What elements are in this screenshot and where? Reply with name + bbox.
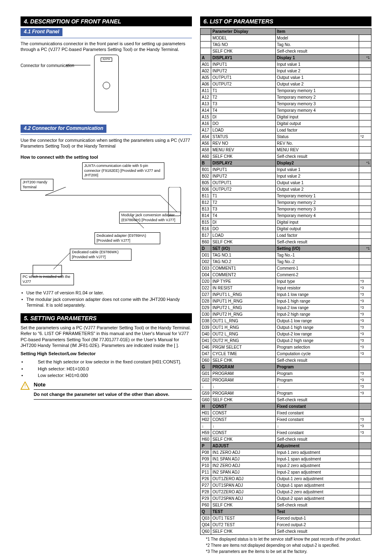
cell-footnote-ref: *3 xyxy=(359,331,371,338)
note-title: Note xyxy=(34,382,192,390)
cell-code: ↓ xyxy=(201,384,211,390)
cell-footnote-ref: *3 xyxy=(359,377,371,384)
cell-parameter-display: DI xyxy=(211,114,276,120)
cell-item: Temporary memory 1 xyxy=(275,88,359,94)
cell-footnote-ref xyxy=(359,272,371,278)
cell-item: ↓ xyxy=(275,423,359,430)
section-4-2-header: 4.2 Connector for Communication xyxy=(21,125,106,133)
cell-footnote-ref xyxy=(359,509,371,515)
cell-code: D39 xyxy=(201,324,211,331)
cell-item: Status xyxy=(275,134,359,140)
cell-footnote-ref xyxy=(359,259,371,265)
cell-footnote-ref: *1 xyxy=(359,160,371,166)
cell-code: A06 xyxy=(201,81,211,88)
cell-parameter-display: STATUS xyxy=(211,134,276,140)
cell-code: P09 xyxy=(201,456,211,462)
table-row: P28OUT2ZERO ADJOutput-2 zero adjustment xyxy=(201,489,371,495)
cell-code: Q60 xyxy=(201,528,211,535)
cell-parameter-display: OUT1 H_RNG xyxy=(211,324,276,331)
cell-parameter-display: DISPLAY1 xyxy=(211,55,276,61)
cell-code: A56 xyxy=(201,140,211,147)
cell-footnote-ref xyxy=(359,265,371,272)
cell-code: D29 xyxy=(201,305,211,311)
cell-code: P26 xyxy=(201,476,211,482)
section-6-header: 6. LIST OF PARAMETERS xyxy=(200,16,371,26)
cell-footnote-ref xyxy=(359,42,371,48)
cell-item: Comment-1 xyxy=(275,265,359,272)
knob-icon xyxy=(103,82,110,89)
cell-item: Temporary memory 2 xyxy=(275,199,359,206)
juxta-cable-box: JUXTA communication cable with 5-pin con… xyxy=(82,162,164,179)
cell-item: ↓ xyxy=(275,384,359,390)
cell-item: Self-check result xyxy=(275,528,359,535)
cell-code: P08 xyxy=(201,449,211,456)
footnotes: *1 The displayed status is to let the se… xyxy=(200,536,371,554)
table-row: D27INPUT1 L_RNGInput-1 low range*3 xyxy=(201,291,371,298)
cell-footnote-ref xyxy=(359,166,371,173)
cell-parameter-display: T3 xyxy=(211,101,276,107)
list-item: High selector: H01=100.0 xyxy=(26,366,192,372)
table-row: D29INPUT2 L_RNGInput-2 low range*3 xyxy=(201,305,371,311)
cell-footnote-ref xyxy=(359,81,371,88)
cell-item: Input-1 span adjustment xyxy=(275,456,359,462)
cell-code xyxy=(201,48,211,55)
table-row: P27OUT1SPAN ADJOutput-1 span adjustment xyxy=(201,482,371,489)
cell-footnote-ref xyxy=(359,495,371,502)
cell-parameter-display: IN2 SPAN ADJ xyxy=(211,469,276,476)
cell-parameter-display: TAG NO xyxy=(211,42,276,48)
cell-parameter-display: SELF CHK xyxy=(211,397,276,403)
cell-footnote-ref xyxy=(359,74,371,81)
cell-item: Fixed constant xyxy=(275,430,359,436)
svg-rect-1 xyxy=(168,187,181,216)
cell-item: Output value 2 xyxy=(275,186,359,193)
cell-item: Display 1 xyxy=(275,55,359,61)
table-row: PADJUSTAdjustment xyxy=(201,443,371,449)
cell-parameter-display: DISPLAY2 xyxy=(211,160,276,166)
table-row: H01CONSTFixed constant xyxy=(201,410,371,416)
cell-parameter-display: OUT2ZERO ADJ xyxy=(211,489,276,495)
cell-parameter-display: OUTPUT1 xyxy=(211,74,276,81)
cell-item: Temporary memory 4 xyxy=(275,213,359,219)
cell-code: A02 xyxy=(201,68,211,74)
cell-footnote-ref xyxy=(359,147,371,153)
cell-item: Tag No.-1 xyxy=(275,252,359,259)
table-row: GPROGRAMProgram xyxy=(201,364,371,370)
cell-code: A16 xyxy=(201,120,211,127)
svg-rect-0 xyxy=(33,265,62,277)
cell-parameter-display: INP TYPE xyxy=(211,278,276,285)
table-row: A14T4Temporary memory 4 xyxy=(201,107,371,114)
cell-code: B60 xyxy=(201,239,211,245)
cell-parameter-display: TAG NO.1 xyxy=(211,252,276,259)
cell-parameter-display: MODEL xyxy=(211,35,276,42)
cell-item: Program xyxy=(275,364,359,370)
cell-footnote-ref: *3 xyxy=(359,390,371,397)
cell-code: D60 xyxy=(201,357,211,364)
cell-footnote-ref xyxy=(359,173,371,180)
table-row: ↓↓↓*3 xyxy=(201,423,371,430)
cell-parameter-display: CYCLE TIME xyxy=(211,351,276,357)
table-row: B06OUTPUT2Output value 2 xyxy=(201,186,371,193)
table-header-pd: Parameter Display xyxy=(211,28,276,35)
cell-code: A15 xyxy=(201,114,211,120)
cell-footnote-ref xyxy=(359,515,371,522)
table-row: A58MENU REVMENU REV xyxy=(201,147,371,153)
cell-code: B01 xyxy=(201,166,211,173)
table-row: D38OUT1 L_RNGOutput-1 low range*3 xyxy=(201,318,371,324)
cell-parameter-display: IN1 SPAN ADJ xyxy=(211,456,276,462)
cell-item: Program xyxy=(275,377,359,384)
table-row: A54STATUSStatus*2 xyxy=(201,134,371,140)
cell-item: Self-check result xyxy=(275,397,359,403)
cell-parameter-display: DO xyxy=(211,226,276,232)
cell-code: H59 xyxy=(201,430,211,436)
cell-parameter-display: SELF CHK xyxy=(211,357,276,364)
table-row: QTESTTest xyxy=(201,509,371,515)
cell-parameter-display: T4 xyxy=(211,213,276,219)
table-row: G60SELF CHKSelf-check result xyxy=(201,397,371,403)
cell-footnote-ref: *3 xyxy=(359,311,371,318)
cell-parameter-display: INPUT1 xyxy=(211,166,276,173)
cell-code: D01 xyxy=(201,252,211,259)
table-header-item: Item xyxy=(275,28,371,35)
cell-item: Digital output xyxy=(275,226,359,232)
cell-parameter-display: PRGM SELECT xyxy=(211,344,276,351)
cell-code: B13 xyxy=(201,206,211,213)
